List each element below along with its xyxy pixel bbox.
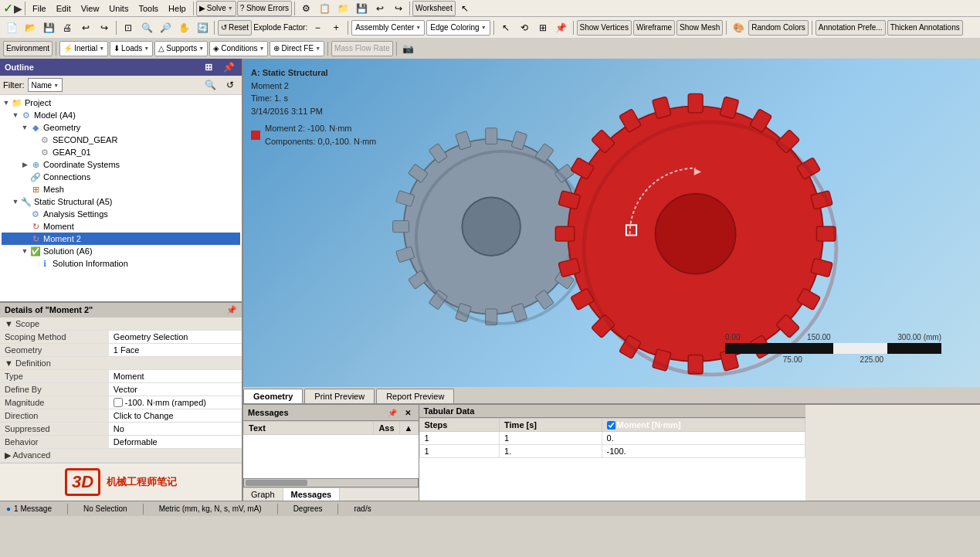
define-by-label: Define By xyxy=(0,383,109,396)
supports-dropdown[interactable]: △ Supports ▼ xyxy=(154,41,208,56)
suppressed-value[interactable]: No xyxy=(109,423,242,436)
rotate-btn[interactable]: 🔄 xyxy=(194,20,211,36)
tab-geometry[interactable]: Geometry xyxy=(243,389,303,403)
outline-header: Outline ⊞ 📌 xyxy=(0,59,242,76)
tree-item-analysis-settings[interactable]: ⚙ Analysis Settings xyxy=(2,208,240,220)
random-colors-btn[interactable]: Random Colors xyxy=(748,20,808,36)
color-mode-icon[interactable]: 🎨 xyxy=(730,20,747,36)
svg-point-1 xyxy=(462,197,521,256)
new-btn[interactable]: 📄 xyxy=(3,20,20,36)
graph-tab[interactable]: Graph xyxy=(243,488,283,501)
scale-bar: 0.00 150.00 300.00 (mm) 75.00 225.00 xyxy=(725,333,941,364)
tree-item-solution[interactable]: ▼ ✅ Solution (A6) xyxy=(2,245,240,257)
solve-button[interactable]: ▶ Solve ▼ xyxy=(196,1,236,16)
tree-item-second-gear[interactable]: ⚙ SECOND_GEAR xyxy=(2,134,240,146)
tab-print-preview[interactable]: Print Preview xyxy=(304,389,375,403)
save-btn[interactable]: 💾 xyxy=(40,20,57,36)
tree-item-moment2[interactable]: ↻ Moment 2 xyxy=(2,233,240,245)
annotation-icon[interactable]: 📌 xyxy=(553,20,570,36)
camera-icon[interactable]: 📷 xyxy=(400,41,417,56)
outline-refresh-icon[interactable]: ↺ xyxy=(222,79,239,91)
messages-close-icon[interactable]: ✕ xyxy=(402,406,414,419)
tab-report-preview[interactable]: Report Preview xyxy=(376,389,454,403)
tree-item-gear01[interactable]: ⚙ GEAR_01 xyxy=(2,146,240,158)
tree-item-model[interactable]: ▼ ⚙ Model (A4) xyxy=(2,109,240,121)
tb-icon-6[interactable]: ↪ xyxy=(390,1,407,16)
scope-collapse-icon[interactable]: ▼ xyxy=(5,319,13,328)
pan-btn[interactable]: ✋ xyxy=(175,20,192,36)
tb-icon-4[interactable]: 💾 xyxy=(353,1,370,16)
tree-item-static[interactable]: ▼ 🔧 Static Structural (A5) xyxy=(2,195,240,208)
type-value[interactable]: Moment xyxy=(109,370,242,383)
loads-dropdown[interactable]: ⬇ Loads ▼ xyxy=(110,41,153,56)
section-plane-icon[interactable]: ⊞ xyxy=(534,20,551,36)
cursor-icon[interactable]: ↖ xyxy=(456,1,473,16)
show-mesh-btn[interactable]: Show Mesh xyxy=(677,20,723,36)
tb-icon-3[interactable]: 📁 xyxy=(334,1,351,16)
messages-pin-icon[interactable]: 📌 xyxy=(386,406,398,419)
direct-fe-dropdown[interactable]: ⊕ Direct FE ▼ xyxy=(270,41,324,56)
zoom-out-btn[interactable]: 🔎 xyxy=(157,20,174,36)
messages-content: Text Ass ▲ xyxy=(243,421,419,478)
direction-value[interactable]: Click to Change xyxy=(109,409,242,423)
assembly-center-dropdown[interactable]: Assembly Center ▼ xyxy=(351,20,425,36)
zoom-in-btn[interactable]: 🔍 xyxy=(138,20,155,36)
tree-item-connections[interactable]: 🔗 Connections xyxy=(2,171,240,183)
viewport[interactable]: A: Static Structural Moment 2 Time: 1. s… xyxy=(243,59,980,387)
conditions-dropdown[interactable]: ◈ Conditions ▼ xyxy=(209,41,268,56)
environment-btn[interactable]: Environment xyxy=(3,41,53,56)
messages-tab[interactable]: Messages xyxy=(283,488,341,501)
show-errors-button[interactable]: ? Show Errors xyxy=(237,1,292,16)
menu-view[interactable]: View xyxy=(76,3,104,14)
magnitude-checkbox[interactable] xyxy=(114,398,123,407)
outline-search-icon[interactable]: 🔍 xyxy=(202,79,219,91)
menu-edit[interactable]: Edit xyxy=(52,3,76,14)
definition-collapse-icon[interactable]: ▼ xyxy=(5,358,13,368)
menu-file[interactable]: File xyxy=(28,3,51,14)
menu-units[interactable]: Units xyxy=(104,3,133,14)
geometry-value[interactable]: 1 Face xyxy=(109,344,242,357)
explode-plus[interactable]: + xyxy=(327,20,344,36)
filter-dropdown[interactable]: Name ▼ xyxy=(28,78,63,92)
tree-item-mesh[interactable]: ⊞ Mesh xyxy=(2,183,240,195)
mass-flow-rate-btn[interactable]: Mass Flow Rate xyxy=(331,41,393,56)
tree-item-moment[interactable]: ↻ Moment xyxy=(2,220,240,233)
tb-icon-2[interactable]: 📋 xyxy=(316,1,333,16)
behavior-value[interactable]: Deformable xyxy=(109,436,242,449)
tree-item-geometry[interactable]: ▼ ◆ Geometry xyxy=(2,121,240,134)
tb-icon-1[interactable]: ⚙ xyxy=(297,1,314,16)
edge-coloring-arrow: ▼ xyxy=(481,25,487,30)
open-btn[interactable]: 📂 xyxy=(22,20,39,36)
select-icon[interactable]: ↖ xyxy=(497,20,514,36)
messages-scrollbar[interactable] xyxy=(243,478,419,487)
menu-tools[interactable]: Tools xyxy=(134,3,163,14)
tb-icon-5[interactable]: ↩ xyxy=(371,1,388,16)
magnitude-value[interactable]: -100. N·mm (ramped) xyxy=(109,396,242,409)
advanced-collapse-icon[interactable]: ▶ xyxy=(5,450,11,460)
zoom-fit-btn[interactable]: ⊡ xyxy=(120,20,137,36)
redo-btn[interactable]: ↪ xyxy=(96,20,113,36)
rotate-view-icon[interactable]: ⟲ xyxy=(516,20,533,36)
reset-button[interactable]: ↺ Reset xyxy=(218,20,252,36)
worksheet-button[interactable]: Worksheet xyxy=(412,1,456,16)
define-by-value[interactable]: Vector xyxy=(109,383,242,396)
moment-col-checkbox[interactable] xyxy=(607,421,615,430)
outline-pin-icon[interactable]: 📌 xyxy=(220,61,237,73)
edge-coloring-dropdown[interactable]: Edge Coloring ▼ xyxy=(426,20,490,36)
tree-item-cs[interactable]: ▶ ⊕ Coordinate Systems xyxy=(2,158,240,171)
menu-help[interactable]: Help xyxy=(164,3,191,14)
show-vertices-btn[interactable]: Show Vertices xyxy=(577,20,632,36)
undo-btn[interactable]: ↩ xyxy=(77,20,94,36)
thicken-annotations-btn[interactable]: Thicken Annotations xyxy=(887,20,963,36)
tree-item-solution-info[interactable]: ℹ Solution Information xyxy=(2,257,240,270)
print-btn[interactable]: 🖨 xyxy=(59,20,76,36)
explode-minus[interactable]: − xyxy=(309,20,326,36)
row1-moment: 0. xyxy=(602,432,805,445)
outline-icon1[interactable]: ⊞ xyxy=(200,61,217,73)
annotation-prefs-btn[interactable]: Annotation Prefe... xyxy=(816,20,886,36)
tree-item-project[interactable]: ▼ 📁 Project xyxy=(2,97,240,109)
tree-arrow-sol: ▼ xyxy=(20,247,29,255)
inertial-dropdown[interactable]: ⚡ Inertial ▼ xyxy=(59,41,108,56)
wireframe-btn[interactable]: Wireframe xyxy=(633,20,675,36)
scoping-method-value[interactable]: Geometry Selection xyxy=(109,331,242,344)
